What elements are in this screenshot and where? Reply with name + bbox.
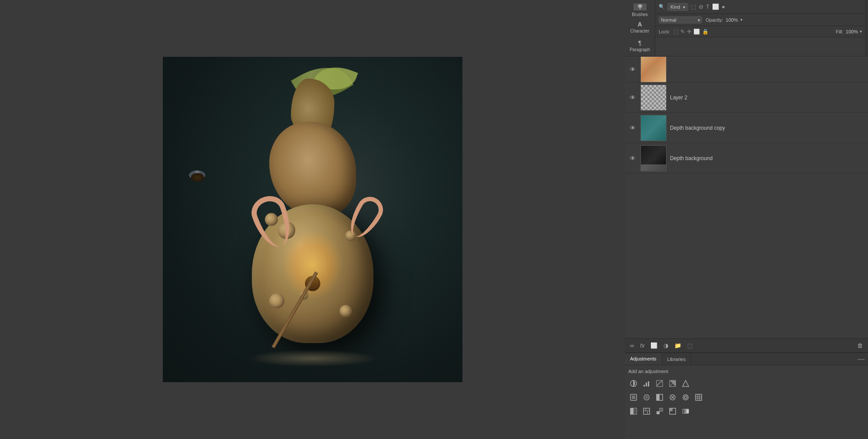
artwork-background	[163, 57, 462, 382]
blend-mode-dropdown[interactable]: Normal	[659, 16, 702, 23]
vibrance-icon[interactable]	[680, 378, 691, 389]
fill-label: Fill:	[836, 29, 843, 34]
lock-artboard-icon[interactable]: ⬜	[693, 29, 700, 35]
photofilter-icon[interactable]	[667, 392, 678, 403]
colorlookup-icon[interactable]	[693, 392, 704, 403]
brushes-panel-icon[interactable]	[634, 3, 647, 10]
exposure-icon[interactable]	[667, 378, 678, 389]
svg-rect-18	[696, 394, 702, 400]
fx-icon[interactable]: fx	[638, 341, 646, 350]
bump-5	[340, 305, 352, 317]
filter-kind-chevron	[682, 4, 685, 10]
link-layers-icon[interactable]: ∞	[628, 341, 636, 350]
svg-rect-34	[683, 409, 689, 413]
svg-rect-4	[646, 383, 647, 387]
adjustment-icons-row-2	[628, 392, 865, 403]
adjustment-icons-row-3	[628, 406, 865, 416]
lock-icons-group: ⬚ ✎ ✛ ⬜ 🔒	[673, 29, 709, 35]
svg-rect-33	[670, 408, 673, 411]
fill-row: Fill: 100% ▾	[836, 29, 862, 34]
svg-rect-5	[648, 381, 649, 387]
tab-libraries[interactable]: Libraries	[662, 353, 691, 365]
opacity-row: Opacity: 100% ▾	[706, 17, 743, 23]
threshold-icon[interactable]	[654, 406, 665, 416]
main-creature	[230, 87, 395, 369]
panel-collapse-icon[interactable]: —	[854, 355, 868, 363]
delete-layer-icon[interactable]: 🗑	[855, 341, 865, 350]
svg-rect-31	[660, 408, 663, 411]
filter-kind-label: Kind	[670, 4, 680, 10]
group-layers-icon[interactable]: 📁	[673, 341, 683, 350]
layer-visibility-toggle[interactable]: 👁	[628, 124, 637, 132]
posterize-icon[interactable]	[641, 406, 652, 416]
lock-position-icon[interactable]: ✛	[687, 29, 691, 35]
layer-visibility-toggle[interactable]: 👁	[628, 154, 637, 163]
opacity-label: Opacity:	[706, 17, 723, 23]
bug-body	[191, 173, 204, 182]
svg-rect-3	[644, 385, 645, 387]
levels-icon[interactable]	[641, 378, 652, 389]
adjustment-filter-icon[interactable]: ⊘	[699, 3, 703, 10]
pixel-filter-icon[interactable]: ⬚	[691, 3, 696, 10]
character-label: Character	[630, 29, 650, 33]
brightness-contrast-icon[interactable]	[628, 378, 639, 389]
svg-rect-14	[657, 394, 660, 400]
layers-toolbar: ∞ fx ⬜ ◑ 📁 ⬚ 🗑	[625, 338, 868, 352]
creature-glow	[282, 230, 343, 300]
paragraph-icon: ¶	[638, 39, 642, 46]
new-layer-icon[interactable]: ⬚	[686, 341, 694, 350]
blend-mode-row: Normal Opacity: 100% ▾	[655, 14, 865, 26]
add-mask-icon[interactable]: ⬜	[649, 341, 659, 350]
opacity-dropdown-icon[interactable]: ▾	[740, 17, 743, 22]
new-adjustment-icon[interactable]: ◑	[662, 341, 670, 350]
lock-label: Lock:	[659, 29, 670, 34]
lock-all-icon[interactable]: 🔒	[702, 29, 709, 35]
lock-row: Lock: ⬚ ✎ ✛ ⬜ 🔒 Fill: 100% ▾	[655, 26, 865, 37]
shape-filter-icon[interactable]: ⬜	[712, 3, 719, 10]
filter-bar: 🔍 Kind ⬚ ⊘ T ⬜ ●	[655, 0, 865, 14]
colorbalance-icon[interactable]	[641, 392, 652, 403]
opacity-value: 100%	[726, 17, 738, 23]
adjustments-tabs: Adjustments Libraries —	[625, 353, 868, 365]
blackwhite-icon[interactable]	[654, 392, 665, 403]
svg-rect-30	[657, 411, 660, 414]
lock-image-icon[interactable]: ✎	[680, 29, 685, 35]
lock-transparency-icon[interactable]: ⬚	[673, 29, 678, 35]
layer-visibility-toggle[interactable]: 👁	[628, 93, 637, 102]
adjustment-icons-row-1	[628, 378, 865, 389]
gradientmap-icon[interactable]	[680, 406, 691, 416]
blend-mode-chevron	[696, 17, 700, 23]
svg-rect-1	[640, 7, 640, 10]
layer-thumbnail	[640, 145, 667, 171]
layer-visibility-toggle[interactable]: 👁	[628, 65, 637, 74]
table-row[interactable]: 👁	[625, 56, 868, 82]
layer-name: Depth background copy	[670, 125, 865, 131]
filter-kind-dropdown[interactable]: Kind	[667, 3, 688, 11]
paragraph-label: Paragraph	[630, 47, 650, 52]
character-panel-item[interactable]: A Character	[625, 19, 655, 36]
artwork-container	[163, 57, 462, 382]
svg-point-16	[683, 395, 688, 400]
svg-rect-25	[634, 408, 637, 414]
table-row[interactable]: 👁 Depth background copy	[625, 113, 868, 143]
fill-dropdown-icon[interactable]: ▾	[860, 29, 862, 34]
huesaturation-icon[interactable]	[628, 392, 639, 403]
tab-adjustments[interactable]: Adjustments	[625, 353, 662, 365]
svg-rect-10	[632, 396, 635, 399]
selectivecolor-icon[interactable]	[667, 406, 678, 416]
layer-name: Depth background	[670, 155, 865, 161]
layer-thumbnail	[640, 56, 667, 82]
channelmixer-icon[interactable]	[680, 392, 691, 403]
table-row[interactable]: 👁 Layer 2	[625, 82, 868, 113]
invert-icon[interactable]	[628, 406, 639, 416]
ground-shadow	[248, 350, 378, 367]
add-adjustment-label: Add an adjustment	[628, 369, 865, 374]
curves-icon[interactable]	[654, 378, 665, 389]
smart-filter-icon[interactable]: ●	[722, 3, 725, 10]
layers-list: 👁 👁 Layer 2 👁 Depth background copy	[625, 56, 868, 338]
table-row[interactable]: 👁 Depth background	[625, 143, 868, 174]
paragraph-panel-item[interactable]: ¶ Paragraph	[625, 37, 655, 54]
type-filter-icon[interactable]: T	[706, 3, 710, 10]
svg-rect-24	[630, 408, 634, 414]
layer-thumbnail	[640, 115, 667, 141]
